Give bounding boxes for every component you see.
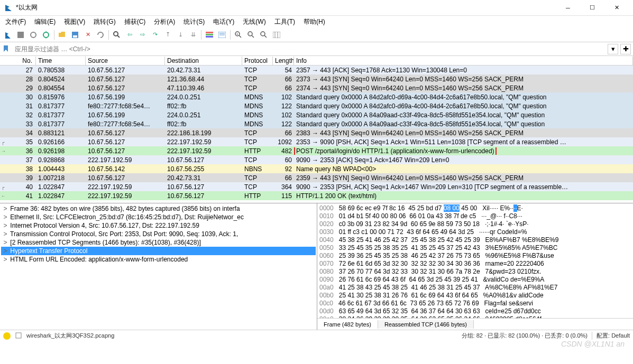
- zoom-reset-icon[interactable]: [258, 29, 270, 41]
- packet-row[interactable]: 290.80455410.67.56.12747.110.39.46TCP662…: [0, 83, 633, 92]
- filter-add-button[interactable]: ✚: [620, 44, 631, 54]
- save-file-icon[interactable]: [69, 29, 81, 41]
- go-to-packet-icon[interactable]: ↷: [149, 29, 161, 41]
- hex-row[interactable]: 0060 25 39 36 25 45 35 25 38 46 25 42 37…: [319, 252, 631, 260]
- packet-list-pane[interactable]: No. Time Source Destination Protocol Len…: [0, 56, 633, 203]
- tree-item[interactable]: > Hypertext Transfer Protocol: [1, 247, 316, 255]
- svg-rect-7: [206, 32, 213, 33]
- tree-item[interactable]: > Ethernet II, Src: LCFCElectron_25:bd:d…: [1, 213, 316, 221]
- tree-item[interactable]: > Internet Protocol Version 4, Src: 10.6…: [1, 221, 316, 230]
- packet-row[interactable]: 381.00444310.67.56.14210.67.56.255NBNS92…: [0, 164, 633, 173]
- minimize-button[interactable]: ─: [556, 0, 580, 16]
- packet-row[interactable]: ←411.022847222.197.192.5910.67.56.127HTT…: [0, 191, 633, 200]
- packet-details-pane[interactable]: > Frame 36: 482 bytes on wire (3856 bits…: [0, 203, 317, 330]
- col-source[interactable]: Source: [86, 57, 165, 65]
- open-file-icon[interactable]: [57, 29, 68, 41]
- packet-row[interactable]: 300.81597610.67.56.199224.0.0.251MDNS102…: [0, 92, 633, 101]
- menu-statistics[interactable]: 统计(S): [180, 16, 208, 27]
- filter-bookmark-icon[interactable]: [2, 45, 11, 53]
- menu-help[interactable]: 帮助(H): [300, 16, 328, 27]
- reload-icon[interactable]: [95, 29, 106, 41]
- hex-row[interactable]: 0080 37 26 70 77 64 3d 32 33 30 32 31 30…: [319, 268, 631, 276]
- tree-item[interactable]: > HTML Form URL Encoded: application/x-w…: [1, 255, 316, 264]
- packet-row[interactable]: ┌401.022847222.197.192.5910.67.56.127TCP…: [0, 182, 633, 191]
- packet-row[interactable]: 280.80452410.67.56.127121.36.68.44TCP662…: [0, 74, 633, 83]
- hex-row[interactable]: 0040 45 38 25 41 46 25 42 37 25 45 38 25…: [319, 236, 631, 244]
- packet-row[interactable]: 270.78053810.67.56.12720.42.73.31TCP5423…: [0, 66, 633, 74]
- col-time[interactable]: Time: [36, 57, 86, 65]
- filter-expression-dropdown[interactable]: ▾: [608, 44, 618, 54]
- svg-line-20: [264, 35, 267, 38]
- menu-go[interactable]: 跳转(G): [90, 16, 118, 27]
- menu-edit[interactable]: 编辑(E): [31, 16, 59, 27]
- tree-item[interactable]: > Frame 36: 482 bytes on wire (3856 bits…: [1, 204, 316, 213]
- col-len[interactable]: Length: [273, 57, 294, 65]
- menu-file[interactable]: 文件(F): [2, 16, 29, 27]
- start-capture-icon[interactable]: [2, 29, 14, 41]
- svg-rect-21: [273, 32, 280, 38]
- hex-row[interactable]: 0090 26 76 61 6c 69 64 43 6f 64 65 3d 25…: [319, 276, 631, 284]
- hex-row[interactable]: 00d0 63 65 49 64 3d 65 32 35 64 36 37 64…: [319, 307, 631, 315]
- svg-line-14: [239, 35, 241, 38]
- packet-row[interactable]: 330.817377fe80::7277:fc68:5e4…ff02::fbMD…: [0, 119, 633, 128]
- svg-rect-0: [17, 32, 24, 38]
- wireshark-fin-icon: [4, 4, 13, 12]
- col-no[interactable]: No.: [0, 57, 36, 65]
- status-packets: 分组: 82 · 已显示: 82 (100.0%) · 已丢弃: 0 (0.0%…: [462, 332, 588, 340]
- zoom-out-icon[interactable]: -: [245, 29, 257, 41]
- hex-row[interactable]: 0030 01 ff c3 c1 00 00 71 72 43 6f 64 65…: [319, 228, 631, 236]
- hex-row[interactable]: 00a0 41 25 38 43 25 45 38 25 41 46 25 38…: [319, 284, 631, 292]
- go-forward-icon[interactable]: ⇨: [136, 29, 148, 41]
- auto-scroll-live-icon[interactable]: [216, 29, 228, 41]
- capture-options-icon[interactable]: [40, 29, 52, 41]
- menu-telephony[interactable]: 电话(Y): [210, 16, 237, 27]
- close-button[interactable]: ✕: [604, 0, 629, 16]
- packet-bytes-pane[interactable]: 0000 58 69 6c ec e9 7f 8c 16 45 25 bd d7…: [317, 203, 633, 318]
- stop-capture-icon[interactable]: [15, 29, 26, 41]
- menu-tools[interactable]: 工具(T): [271, 16, 298, 27]
- packet-row[interactable]: ┌350.92616610.67.56.127222.197.192.59TCP…: [0, 137, 633, 146]
- packet-row[interactable]: 340.88312110.67.56.127222.186.18.199TCP6…: [0, 128, 633, 137]
- expert-info-icon[interactable]: [3, 332, 11, 340]
- resize-columns-icon[interactable]: [271, 29, 282, 41]
- status-profile[interactable]: 配置: Default: [592, 332, 630, 340]
- restart-capture-icon[interactable]: [27, 29, 39, 41]
- find-icon[interactable]: [111, 29, 123, 41]
- main-toolbar: ✕ ⇦ ⇨ ↷ ⤒ ⤓ ⇊ + -: [0, 27, 633, 42]
- svg-rect-8: [206, 34, 213, 35]
- hex-row[interactable]: 00b0 25 41 30 25 38 31 26 76 61 6c 69 64…: [319, 292, 631, 300]
- col-proto[interactable]: Protocol: [242, 57, 273, 65]
- maximize-button[interactable]: ☐: [580, 0, 604, 16]
- menu-wireless[interactable]: 无线(W): [240, 16, 269, 27]
- col-info[interactable]: Info: [294, 57, 633, 65]
- hex-row[interactable]: 0010 01 d4 b1 5f 40 00 80 06 66 01 0a 43…: [319, 212, 631, 220]
- menu-analyze[interactable]: 分析(A): [151, 16, 178, 27]
- colorize-icon[interactable]: [204, 29, 215, 41]
- menu-capture[interactable]: 捕获(C): [121, 16, 149, 27]
- hex-row[interactable]: 0000 58 69 6c ec e9 7f 8c 16 45 25 bd d7…: [319, 204, 631, 212]
- display-filter-input[interactable]: [13, 44, 606, 54]
- hex-row[interactable]: 0050 33 25 45 35 25 38 35 25 41 35 25 45…: [319, 244, 631, 252]
- menu-bar: 文件(F) 编辑(E) 视图(V) 跳转(G) 捕获(C) 分析(A) 统计(S…: [0, 16, 633, 27]
- packet-row[interactable]: 370.928868222.197.192.5910.67.56.127TCP6…: [0, 155, 633, 164]
- hex-tab-frame[interactable]: Frame (482 bytes): [317, 320, 378, 329]
- menu-view[interactable]: 视图(V): [61, 16, 88, 27]
- col-dest[interactable]: Destination: [165, 57, 242, 65]
- hex-row[interactable]: 0070 72 6e 61 6d 65 3d 32 30 32 32 32 30…: [319, 260, 631, 268]
- svg-point-2: [43, 32, 49, 38]
- packet-row[interactable]: 391.00721810.67.56.12720.42.73.31TCP6623…: [0, 173, 633, 182]
- go-first-icon[interactable]: ⤒: [162, 29, 173, 41]
- packet-row[interactable]: →360.92619810.67.56.127222.197.192.59HTT…: [0, 146, 633, 155]
- packet-row[interactable]: 310.817377fe80::7277:fc68:5e4…ff02::fbMD…: [0, 101, 633, 110]
- tree-item[interactable]: > [2 Reassembled TCP Segments (1466 byte…: [1, 238, 316, 247]
- zoom-in-icon[interactable]: +: [233, 29, 244, 41]
- go-last-icon[interactable]: ⤓: [175, 29, 186, 41]
- packet-row[interactable]: 320.81737710.67.56.199224.0.0.251MDNS102…: [0, 110, 633, 119]
- auto-scroll-icon[interactable]: ⇊: [187, 29, 199, 41]
- hex-tab-reassembled[interactable]: Reassembled TCP (1466 bytes): [378, 320, 474, 329]
- tree-item[interactable]: > Transmission Control Protocol, Src Por…: [1, 230, 316, 238]
- go-back-icon[interactable]: ⇦: [124, 29, 135, 41]
- hex-row[interactable]: 0020 c0 3b 09 31 23 82 34 9d 60 65 9e 88…: [319, 220, 631, 228]
- close-file-icon[interactable]: ✕: [82, 29, 94, 41]
- hex-row[interactable]: 00c0 46 6c 61 67 3d 66 61 6c 73 65 26 73…: [319, 300, 631, 307]
